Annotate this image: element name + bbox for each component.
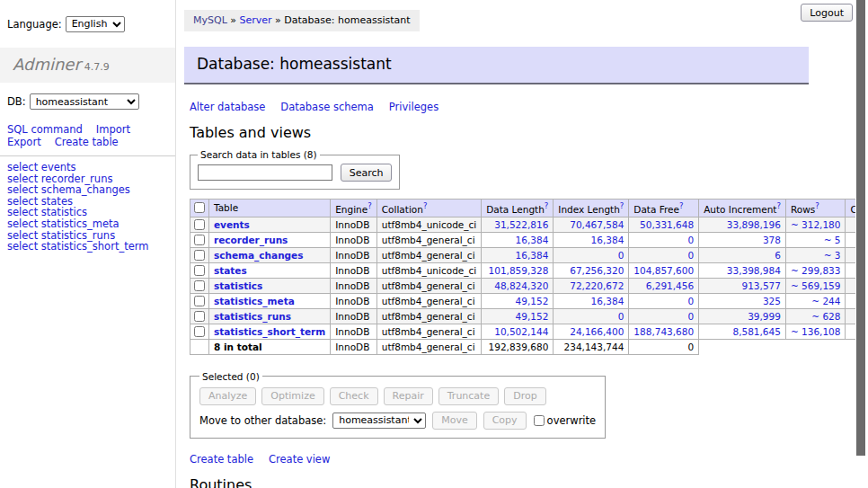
data-free-link[interactable]: 188,743,680	[633, 326, 694, 337]
auto-increment-link[interactable]: 6	[775, 250, 781, 261]
sidebar-action-link[interactable]: Export	[7, 137, 41, 149]
index-length-link[interactable]: 67,256,320	[570, 265, 624, 276]
logout-button[interactable]: Logout	[801, 4, 853, 22]
scrollbar-thumb[interactable]	[856, 0, 865, 456]
totals-engine-cell: InnoDB	[331, 339, 377, 354]
app-name[interactable]: Adminer	[13, 55, 81, 74]
index-length-link[interactable]: 0	[618, 311, 624, 322]
data-length-link[interactable]: 48,824,320	[494, 280, 548, 291]
help-link[interactable]: ?	[776, 201, 781, 210]
table-name-link[interactable]: schema_changes	[214, 250, 304, 261]
table-name-link[interactable]: statistics_short_term	[214, 326, 325, 337]
data-length-link[interactable]: 49,152	[516, 311, 549, 322]
scrollbar[interactable]	[855, 0, 868, 488]
help-link[interactable]: ?	[545, 201, 549, 210]
language-select[interactable]: English	[66, 16, 125, 32]
rows-count-link[interactable]: ~ 569,159	[791, 280, 841, 291]
overwrite-checkbox[interactable]	[534, 415, 545, 426]
selected-action-button[interactable]: Drop	[504, 387, 545, 405]
sidebar-action-link[interactable]: SQL command	[7, 124, 83, 137]
app-version[interactable]: 4.7.9	[84, 61, 110, 73]
database-action-link[interactable]: Database schema	[280, 101, 373, 113]
data-free-link[interactable]: 6,291,456	[646, 280, 694, 291]
rows-count-link[interactable]: ~ 628	[811, 311, 840, 322]
row-checkbox[interactable]	[194, 280, 205, 291]
help-link[interactable]: ?	[679, 201, 684, 210]
database-action-link[interactable]: Privileges	[389, 101, 438, 113]
index-length-link[interactable]: 72,220,672	[570, 280, 624, 291]
data-length-link[interactable]: 10,502,144	[494, 326, 548, 337]
sidebar-action-link[interactable]: Import	[96, 124, 130, 137]
selected-action-button[interactable]: Optimize	[261, 387, 323, 405]
row-checkbox[interactable]	[194, 235, 205, 245]
data-free-link[interactable]: 0	[687, 296, 694, 306]
table-name-link[interactable]: statistics	[214, 280, 262, 291]
data-length-link[interactable]: 31,522,816	[494, 219, 548, 230]
data-length-cell: 10,502,144	[482, 324, 554, 339]
rows-count-link[interactable]: ~ 136,108	[791, 326, 841, 337]
search-input[interactable]	[198, 164, 332, 181]
row-checkbox[interactable]	[194, 265, 205, 276]
table-name-link[interactable]: statistics_meta	[214, 296, 295, 306]
database-action-link[interactable]: Alter database	[190, 101, 265, 113]
copy-button[interactable]: Copy	[483, 412, 527, 430]
sidebar-select-table-link[interactable]: select statistics_short_term	[7, 240, 148, 253]
rows-count-cell: ~ 299,833	[785, 262, 846, 278]
index-length-link[interactable]: 0	[618, 250, 624, 261]
rows-count-link[interactable]: ~ 244	[811, 296, 840, 306]
search-button[interactable]: Search	[341, 164, 393, 182]
create-link[interactable]: Create view	[269, 453, 330, 466]
index-length-link[interactable]: 16,384	[591, 235, 624, 245]
auto-increment-link[interactable]: 33,398,984	[727, 265, 781, 276]
selected-action-button[interactable]: Check	[330, 387, 378, 405]
move-button[interactable]: Move	[432, 412, 477, 430]
data-free-link[interactable]: 50,331,648	[640, 219, 694, 230]
data-length-link[interactable]: 16,384	[516, 235, 549, 245]
index-length-link[interactable]: 24,166,400	[570, 326, 624, 337]
row-checkbox[interactable]	[194, 250, 205, 261]
data-free-link[interactable]: 0	[687, 250, 694, 261]
create-link[interactable]: Create table	[190, 453, 253, 466]
index-length-link[interactable]: 16,384	[591, 296, 624, 306]
help-link[interactable]: ?	[815, 201, 819, 210]
help-link[interactable]: ?	[620, 201, 624, 210]
rows-count-link[interactable]: ~ 299,833	[791, 265, 841, 276]
table-name-link[interactable]: states	[214, 265, 247, 276]
row-checkbox[interactable]	[194, 311, 205, 322]
row-checkbox[interactable]	[194, 326, 205, 337]
row-checkbox[interactable]	[194, 219, 205, 230]
breadcrumb-mysql-link[interactable]: MySQL	[193, 14, 227, 26]
data-free-link[interactable]: 0	[687, 235, 694, 245]
auto-increment-link[interactable]: 913,577	[742, 280, 781, 291]
table-name-cell: statistics_short_term	[209, 324, 331, 339]
auto-increment-link[interactable]: 33,898,196	[727, 219, 781, 230]
table-name-link[interactable]: recorder_runs	[214, 235, 288, 245]
sidebar-action-link[interactable]: Create table	[55, 137, 119, 149]
rows-count-link[interactable]: ~ 3	[824, 250, 841, 261]
selected-action-button[interactable]: Truncate	[438, 387, 499, 405]
selected-action-button[interactable]: Repair	[384, 387, 433, 405]
table-name-link[interactable]: statistics_runs	[214, 311, 291, 322]
rows-count-cell: ~ 569,159	[785, 278, 846, 293]
auto-increment-link[interactable]: 378	[763, 235, 781, 245]
db-select[interactable]: homeassistant	[30, 93, 139, 110]
data-length-link[interactable]: 49,152	[516, 296, 549, 306]
breadcrumb-server-link[interactable]: Server	[240, 14, 272, 26]
help-link[interactable]: ?	[368, 201, 372, 210]
index-length-link[interactable]: 70,467,584	[570, 219, 624, 230]
data-length-link[interactable]: 16,384	[516, 250, 549, 261]
auto-increment-link[interactable]: 39,999	[748, 311, 781, 322]
table-name-link[interactable]: events	[214, 219, 250, 230]
rows-count-link[interactable]: ~ 5	[824, 235, 841, 245]
data-length-link[interactable]: 101,859,328	[489, 265, 549, 276]
selected-action-button[interactable]: Analyze	[199, 387, 256, 405]
data-free-link[interactable]: 104,857,600	[633, 265, 694, 276]
row-checkbox[interactable]	[194, 296, 205, 306]
move-db-select[interactable]: homeassistant	[332, 413, 426, 429]
auto-increment-link[interactable]: 325	[763, 296, 781, 306]
help-link[interactable]: ?	[423, 201, 428, 210]
select-all-checkbox[interactable]	[194, 202, 205, 213]
rows-count-link[interactable]: ~ 312,180	[791, 219, 841, 230]
data-free-link[interactable]: 0	[687, 311, 694, 322]
auto-increment-link[interactable]: 8,581,645	[732, 326, 780, 337]
